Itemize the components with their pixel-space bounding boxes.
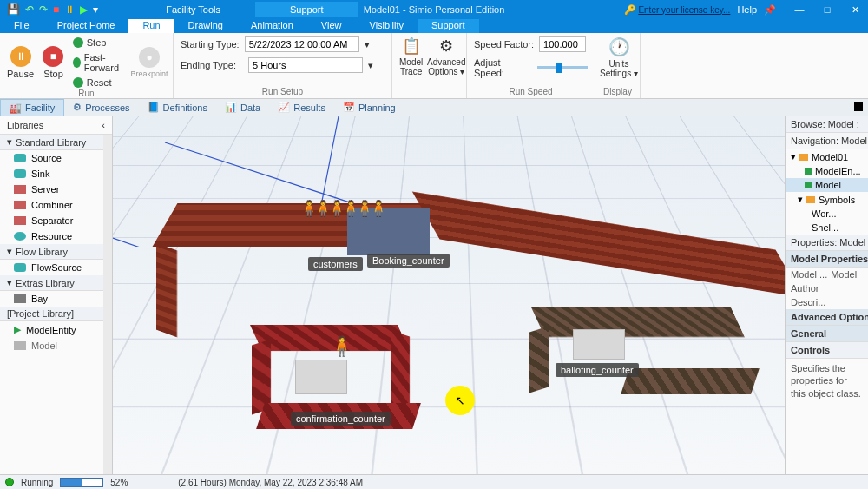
wall-side bbox=[156, 243, 177, 338]
step-button[interactable]: Step bbox=[73, 36, 126, 49]
units-settings-button[interactable]: 🕐 Units Settings ▾ bbox=[602, 36, 635, 78]
model-trace-button[interactable]: 📋 Model Trace bbox=[399, 36, 423, 76]
ff-icon bbox=[73, 57, 81, 68]
section-standard-library[interactable]: ▾Standard Library bbox=[0, 135, 112, 150]
tab-visibility[interactable]: Visibility bbox=[356, 19, 418, 33]
conf-desk[interactable] bbox=[295, 360, 347, 394]
tab-view[interactable]: View bbox=[307, 19, 356, 33]
slider-knob[interactable] bbox=[556, 63, 562, 73]
pin-icon[interactable]: 📌 bbox=[764, 4, 776, 16]
units-settings-label: Units Settings ▾ bbox=[600, 59, 638, 78]
ending-dropdown-icon[interactable]: ▾ bbox=[368, 60, 373, 71]
pause-button[interactable]: ⏸ Pause bbox=[7, 46, 34, 79]
lib-item-separator[interactable]: Separator bbox=[0, 213, 112, 228]
save-icon[interactable]: 💾 bbox=[7, 3, 20, 16]
vtab-data[interactable]: 📊Data bbox=[216, 99, 269, 116]
tab-file[interactable]: File bbox=[0, 19, 43, 33]
vtab-results[interactable]: 📈Results bbox=[269, 99, 334, 116]
customers-queue: 🧍🧍🧍🧍🧍🧍 bbox=[299, 199, 383, 218]
lib-item-resource[interactable]: Resource bbox=[0, 228, 112, 244]
results-icon: 📈 bbox=[278, 102, 290, 113]
advanced-options-button[interactable]: ⚙ Advanced Options ▾ bbox=[430, 36, 463, 76]
speed-factor-input[interactable] bbox=[539, 36, 586, 52]
qa-pause-icon[interactable]: ⏸ bbox=[64, 3, 75, 16]
redo-icon[interactable]: ↷ bbox=[39, 3, 48, 16]
running-label: Running bbox=[21, 478, 53, 487]
viewtabs-handle[interactable] bbox=[854, 102, 863, 111]
facility-icon: 🏭 bbox=[10, 102, 22, 114]
libraries-collapse-icon[interactable]: ‹ bbox=[102, 120, 105, 130]
speed-slider[interactable] bbox=[537, 66, 588, 69]
license-link[interactable]: Enter your license key... bbox=[638, 5, 730, 15]
browse-panel: Browse: Model : Navigation: Model ▾Model… bbox=[785, 116, 868, 474]
chevron-down-icon: ▾ bbox=[798, 194, 803, 205]
tab-support[interactable]: Support bbox=[418, 19, 479, 33]
adv-options-label: Advanced Options ▾ bbox=[427, 57, 465, 76]
adjust-speed-label: Adjust Speed: bbox=[474, 57, 532, 78]
minimize-button[interactable]: — bbox=[786, 0, 812, 19]
progress-pct: 52% bbox=[110, 478, 128, 487]
libraries-panel: Libraries‹ ▾Standard Library Source Sink… bbox=[0, 116, 113, 474]
ending-type-label: Ending Type: bbox=[181, 60, 236, 70]
display-group-label: Display bbox=[602, 87, 633, 98]
main-area: Libraries‹ ▾Standard Library Source Sink… bbox=[0, 116, 868, 474]
definitions-icon: 📘 bbox=[148, 102, 160, 113]
title-tabs: Facility Tools Support bbox=[131, 2, 358, 17]
stop-button[interactable]: ■ Stop bbox=[41, 46, 66, 79]
reset-button[interactable]: Reset bbox=[73, 76, 126, 89]
browse-header: Browse: Model : bbox=[786, 116, 868, 133]
advanced-options-section[interactable]: Advanced Options bbox=[786, 309, 868, 326]
section-extras-library[interactable]: ▾Extras Library bbox=[0, 275, 112, 291]
key-icon: 🔑 bbox=[624, 4, 636, 16]
tab-drawing[interactable]: Drawing bbox=[174, 19, 237, 33]
running-indicator-icon bbox=[5, 478, 14, 486]
tab-project-home[interactable]: Project Home bbox=[43, 19, 129, 33]
tab-run[interactable]: Run bbox=[128, 19, 174, 33]
vtab-facility[interactable]: 🏭Facility bbox=[0, 99, 64, 116]
undo-icon[interactable]: ↶ bbox=[25, 3, 34, 16]
tree-model-selected[interactable]: Model bbox=[786, 178, 868, 192]
vtab-planning[interactable]: 📅Planning bbox=[334, 99, 404, 116]
section-flow-library[interactable]: ▾Flow Library bbox=[0, 244, 112, 260]
breakpoint-button[interactable]: ● Breakpoint bbox=[133, 47, 166, 78]
ballot-desk[interactable] bbox=[573, 329, 625, 360]
vtab-definitions[interactable]: 📘Definitions bbox=[139, 99, 216, 116]
lib-item-model[interactable]: Model bbox=[0, 338, 112, 354]
maximize-button[interactable]: □ bbox=[814, 0, 840, 19]
quick-access-toolbar: 💾 ↶ ↷ ■ ⏸ ▶ ▾ bbox=[0, 3, 105, 16]
menu-tabs: File Project Home Run Drawing Animation … bbox=[0, 19, 868, 33]
ending-type-input[interactable] bbox=[248, 57, 363, 73]
qa-stop-icon[interactable]: ■ bbox=[53, 3, 59, 16]
model-properties-section[interactable]: Model Properties bbox=[786, 251, 868, 268]
tab-animation[interactable]: Animation bbox=[237, 19, 307, 33]
close-button[interactable]: ✕ bbox=[842, 0, 868, 19]
lib-item-bay[interactable]: Bay bbox=[0, 291, 112, 307]
lib-item-modelentity[interactable]: ▶ModelEntity bbox=[0, 321, 112, 338]
starting-dropdown-icon[interactable]: ▾ bbox=[365, 39, 370, 50]
lib-item-sink[interactable]: Sink bbox=[0, 166, 112, 182]
lib-item-combiner[interactable]: Combiner bbox=[0, 197, 112, 213]
starting-type-input[interactable] bbox=[245, 36, 359, 52]
conf-person: 🧍 bbox=[330, 335, 353, 358]
title-tab-support[interactable]: Support bbox=[255, 2, 358, 17]
tree-wor[interactable]: Wor... bbox=[786, 207, 868, 221]
tree-modelentity[interactable]: ModelEn... bbox=[786, 164, 868, 178]
qa-dropdown-icon[interactable]: ▾ bbox=[93, 3, 98, 16]
run-setup-group-label: Run Setup bbox=[181, 87, 385, 98]
vtab-processes[interactable]: ⚙Processes bbox=[64, 99, 138, 116]
prop-author-label: Author bbox=[791, 283, 819, 294]
lib-item-source[interactable]: Source bbox=[0, 150, 112, 166]
lib-item-server[interactable]: Server bbox=[0, 182, 112, 197]
tree-model01[interactable]: ▾Model01 bbox=[786, 149, 868, 164]
tree-shel[interactable]: Shel... bbox=[786, 221, 868, 235]
lib-item-flowsource[interactable]: FlowSource bbox=[0, 260, 112, 275]
title-tab-facility-tools[interactable]: Facility Tools bbox=[131, 2, 255, 17]
fast-forward-button[interactable]: Fast-Forward bbox=[73, 51, 126, 74]
section-project-library[interactable]: [Project Library] bbox=[0, 307, 112, 321]
help-button[interactable]: Help bbox=[737, 4, 757, 15]
facility-canvas[interactable]: 🧍🧍🧍🧍🧍🧍 customers Booking_counter 🧍 confi… bbox=[113, 116, 785, 474]
ballot-wall-left bbox=[529, 326, 549, 393]
general-section[interactable]: General bbox=[786, 326, 868, 342]
qa-play-icon[interactable]: ▶ bbox=[80, 3, 88, 16]
tree-symbols[interactable]: ▾Symbols bbox=[786, 192, 868, 207]
